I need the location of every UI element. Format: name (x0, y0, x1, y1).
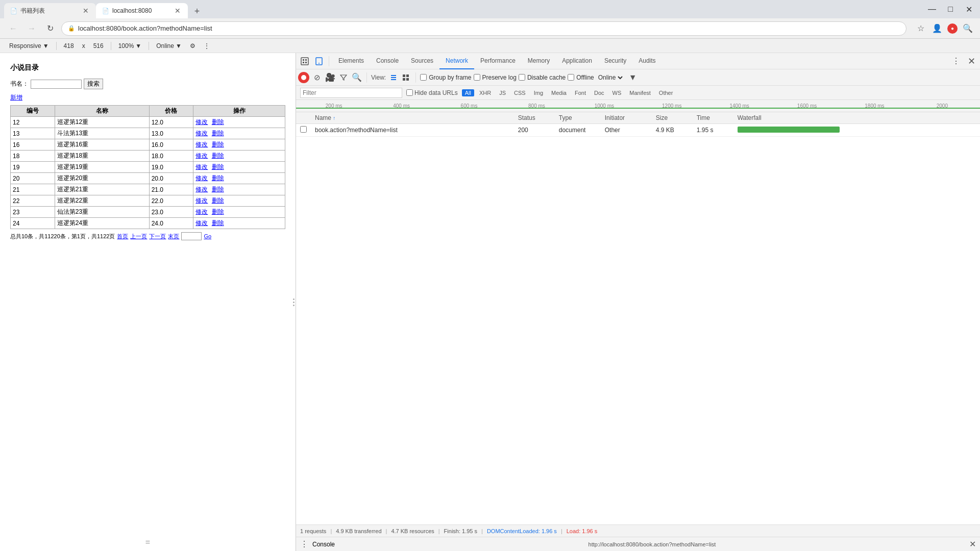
filter-all[interactable]: All (462, 89, 474, 96)
filter-other[interactable]: Other (656, 89, 676, 96)
delete-link[interactable]: 删除 (212, 141, 224, 148)
delete-link[interactable]: 删除 (212, 152, 224, 159)
view-list-icon[interactable] (388, 72, 399, 83)
search-address-icon[interactable]: 🔍 (962, 22, 974, 35)
offline-checkbox[interactable]: Offline (568, 74, 594, 81)
tab-security[interactable]: Security (598, 53, 632, 69)
edit-link[interactable]: 修改 (195, 208, 208, 215)
filter-xhr[interactable]: XHR (476, 89, 494, 96)
th-status[interactable]: Status (514, 112, 555, 124)
add-link[interactable]: 新增 (10, 94, 22, 101)
clear-button[interactable]: ⊘ (311, 72, 323, 83)
edit-link[interactable]: 修改 (195, 141, 208, 148)
filter-button[interactable] (338, 72, 349, 83)
filter-doc[interactable]: Doc (591, 89, 607, 96)
table-row[interactable]: 21 巡逻第21重 21.0 修改 删除 (11, 184, 285, 195)
tab-1[interactable]: 📄 书籍列表 ✕ (4, 3, 96, 18)
table-row[interactable]: 19 巡逻第19重 19.0 修改 删除 (11, 162, 285, 173)
filter-media[interactable]: Media (548, 89, 570, 96)
th-time[interactable]: Time (693, 112, 733, 124)
table-row[interactable]: 20 巡逻第20重 20.0 修改 删除 (11, 173, 285, 184)
group-by-frame-checkbox[interactable]: Group by frame (420, 74, 471, 81)
settings-icon[interactable]: ⚙ (187, 41, 199, 51)
tab-close-1[interactable]: ✕ (82, 7, 90, 15)
online-selector[interactable]: Online ▼ (153, 41, 185, 51)
table-row[interactable]: 22 巡逻第22重 22.0 修改 删除 (11, 195, 285, 207)
record-button[interactable] (298, 72, 309, 83)
tab-network[interactable]: Network (439, 53, 474, 69)
minimize-button[interactable]: — (925, 2, 939, 16)
disable-cache-input[interactable] (519, 74, 525, 81)
table-row[interactable]: 23 仙法第23重 23.0 修改 删除 (11, 207, 285, 218)
console-menu-icon[interactable]: ⋮ (300, 539, 308, 549)
preserve-log-input[interactable] (474, 74, 480, 81)
close-window-button[interactable]: ✕ (962, 2, 976, 16)
resize-handle[interactable] (291, 53, 296, 551)
th-initiator[interactable]: Initiator (601, 112, 652, 124)
tab-audits[interactable]: Audits (632, 53, 662, 69)
hide-data-checkbox[interactable]: Hide data URLs (406, 89, 458, 96)
hide-data-input[interactable] (406, 89, 413, 96)
delete-link[interactable]: 删除 (212, 208, 224, 215)
th-waterfall[interactable]: Waterfall (733, 112, 980, 124)
offline-input[interactable] (568, 74, 574, 81)
responsive-selector[interactable]: Responsive ▼ (6, 41, 52, 51)
table-row[interactable]: 12 巡逻第12重 12.0 修改 删除 (11, 117, 285, 128)
edit-link[interactable]: 修改 (195, 197, 208, 204)
filter-input[interactable] (300, 88, 402, 98)
new-tab-button[interactable]: + (190, 4, 204, 18)
go-link[interactable]: Go (204, 233, 211, 239)
table-row[interactable]: book.action?methodName=list 200 document… (296, 124, 980, 137)
filter-font[interactable]: Font (572, 89, 589, 96)
delete-link[interactable]: 删除 (212, 130, 224, 137)
filter-js[interactable]: JS (496, 89, 509, 96)
tab-sources[interactable]: Sources (405, 53, 439, 69)
device-toolbar-button[interactable] (312, 55, 326, 68)
filter-img[interactable]: Img (531, 89, 546, 96)
first-page-link[interactable]: 首页 (117, 233, 128, 240)
table-row[interactable]: 16 巡逻第16重 16.0 修改 删除 (11, 139, 285, 151)
th-size[interactable]: Size (652, 112, 693, 124)
delete-link[interactable]: 删除 (212, 174, 224, 182)
delete-link[interactable]: 删除 (212, 197, 224, 204)
throttle-select[interactable]: Online (596, 73, 624, 82)
delete-link[interactable]: 删除 (212, 163, 224, 170)
search-button[interactable]: 搜索 (84, 79, 103, 89)
last-page-link[interactable]: 末页 (168, 233, 179, 240)
edit-link[interactable]: 修改 (195, 130, 208, 137)
prev-page-link[interactable]: 上一页 (130, 233, 147, 240)
chrome-icon[interactable]: ● (947, 23, 958, 34)
disable-cache-checkbox[interactable]: Disable cache (519, 74, 566, 81)
edit-link[interactable]: 修改 (195, 219, 208, 227)
tab-memory[interactable]: Memory (522, 53, 556, 69)
preserve-log-checkbox[interactable]: Preserve log (474, 74, 517, 81)
address-bar[interactable]: 🔒 localhost:8080/book.action?methodName=… (61, 21, 906, 36)
th-type[interactable]: Type (555, 112, 601, 124)
group-by-frame-input[interactable] (420, 74, 427, 81)
table-row[interactable]: 24 巡逻第24重 24.0 修改 删除 (11, 218, 285, 229)
screenshot-button[interactable]: 🎥 (325, 72, 336, 83)
edit-link[interactable]: 修改 (195, 163, 208, 170)
maximize-button[interactable]: □ (943, 2, 958, 16)
delete-link[interactable]: 删除 (212, 186, 224, 193)
row-checkbox[interactable] (296, 124, 311, 137)
tab-close-2[interactable]: ✕ (174, 7, 182, 15)
inspect-element-button[interactable] (298, 55, 311, 68)
back-button[interactable]: ← (6, 21, 20, 36)
bookmark-icon[interactable]: ☆ (915, 22, 927, 35)
search-input[interactable] (31, 80, 82, 89)
delete-link[interactable]: 删除 (212, 118, 224, 126)
more-toolbar-icon[interactable]: ⋮ (201, 41, 213, 51)
reload-button[interactable]: ↻ (43, 21, 57, 36)
devtools-more-icon[interactable]: ⋮ (949, 55, 963, 68)
width-value[interactable]: 418 (61, 41, 77, 51)
filter-ws[interactable]: WS (609, 89, 625, 96)
search-network-button[interactable]: 🔍 (351, 72, 362, 83)
drag-handle[interactable]: = (145, 538, 150, 547)
view-large-icon[interactable] (400, 72, 411, 83)
table-row[interactable]: 18 巡逻第18重 18.0 修改 删除 (11, 151, 285, 162)
table-row[interactable]: 13 斗法第13重 13.0 修改 删除 (11, 128, 285, 139)
forward-button[interactable]: → (24, 21, 39, 36)
devtools-close-button[interactable]: ✕ (965, 55, 978, 68)
account-icon[interactable]: 👤 (931, 22, 943, 35)
